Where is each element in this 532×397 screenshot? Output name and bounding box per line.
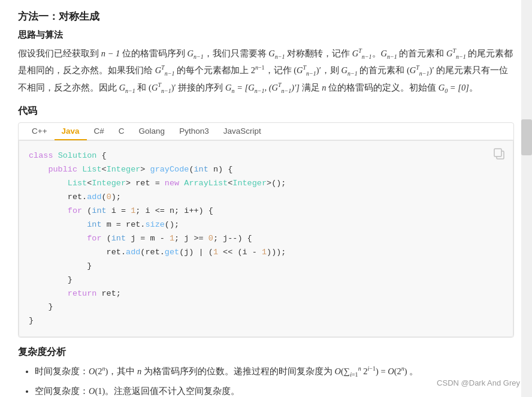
complexity-space: 空间复杂度：O(1)。注意返回值不计入空间复杂度。 — [35, 383, 514, 397]
scrollbar[interactable] — [521, 0, 532, 397]
tab-c[interactable]: C — [111, 123, 132, 140]
complexity-time: 时间复杂度：O(2n)，其中 n 为格雷码序列的位数。递推过程的时间复杂度为 O… — [35, 363, 514, 380]
code-title: 代码 — [18, 105, 514, 118]
complexity-list: 时间复杂度：O(2n)，其中 n 为格雷码序列的位数。递推过程的时间复杂度为 O… — [18, 363, 514, 397]
scrollbar-thumb[interactable] — [521, 119, 532, 155]
tab-csharp[interactable]: C# — [87, 123, 111, 140]
code-content: class Solution { public List<Integer> gr… — [29, 149, 503, 328]
code-container: C++ Java C# C Golang Python3 JavaScript … — [18, 122, 514, 338]
svg-rect-1 — [494, 149, 501, 157]
tab-cpp[interactable]: C++ — [25, 123, 55, 140]
copy-button[interactable] — [492, 147, 506, 160]
method-title: 方法一：对称生成 — [18, 10, 514, 23]
tab-golang[interactable]: Golang — [132, 123, 173, 140]
complexity-title: 复杂度分析 — [18, 346, 514, 359]
tab-python3[interactable]: Python3 — [172, 123, 216, 140]
code-block: class Solution { public List<Integer> gr… — [19, 140, 513, 337]
code-tabs: C++ Java C# C Golang Python3 JavaScript — [19, 123, 513, 140]
thinking-title: 思路与算法 — [18, 29, 514, 41]
tab-java[interactable]: Java — [55, 123, 87, 140]
tab-javascript[interactable]: JavaScript — [216, 123, 268, 140]
page-container: 方法一：对称生成 思路与算法 假设我们已经获取到 n − 1 位的格雷码序列 G… — [0, 0, 532, 397]
thinking-paragraph: 假设我们已经获取到 n − 1 位的格雷码序列 Gn−1，我们只需要将 Gn−1… — [18, 46, 514, 97]
